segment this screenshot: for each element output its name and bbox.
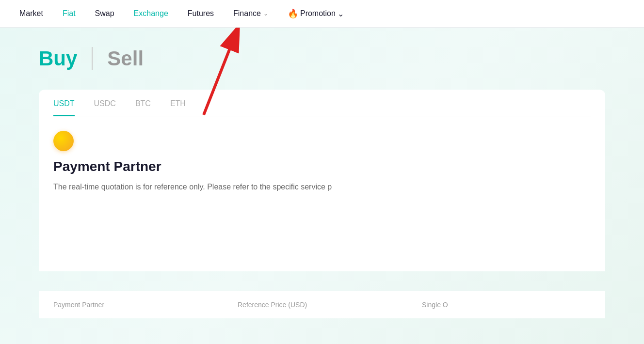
main-content: OKX Buy Sell USDT USDC BTC ETH Payment P… [0,28,644,344]
nav-promotion[interactable]: 🔥 Promotion ⌄ [288,8,344,19]
nav-fiat[interactable]: Fiat [63,5,76,22]
payment-partner-title: Payment Partner [53,159,591,174]
promotion-chevron-icon: ⌄ [338,9,344,18]
table-header: Payment Partner Reference Price (USD) Si… [39,291,605,318]
nav-swap[interactable]: Swap [95,5,114,22]
currency-tabs-container: USDT USDC BTC ETH [39,90,605,116]
tab-usdt[interactable]: USDT [53,99,75,116]
tab-sell[interactable]: Sell [107,47,144,70]
buy-sell-tabs: Buy Sell [39,47,605,70]
nav-market[interactable]: Market [19,5,43,22]
tab-eth[interactable]: ETH [170,99,186,116]
currency-tabs: USDT USDC BTC ETH [53,99,591,116]
flame-icon: 🔥 [288,8,298,19]
table-col-single: Single O [422,301,591,309]
finance-chevron-icon: ⌄ [263,10,268,17]
coin-icon [53,131,74,151]
table-col-payment-partner: Payment Partner [53,301,238,309]
payment-partner-description: The real-time quotation is for reference… [53,181,393,193]
tab-buy[interactable]: Buy [39,47,93,70]
navbar: Market Fiat Swap Exchange Futures Financ… [0,0,644,28]
content-card: Payment Partner The real-time quotation … [39,116,605,271]
nav-finance[interactable]: Finance ⌄ [233,5,268,22]
tab-usdc[interactable]: USDC [94,99,116,116]
nav-exchange[interactable]: Exchange [134,5,168,22]
nav-futures[interactable]: Futures [188,5,214,22]
tab-btc[interactable]: BTC [135,99,151,116]
table-col-reference-price: Reference Price (USD) [238,301,422,309]
